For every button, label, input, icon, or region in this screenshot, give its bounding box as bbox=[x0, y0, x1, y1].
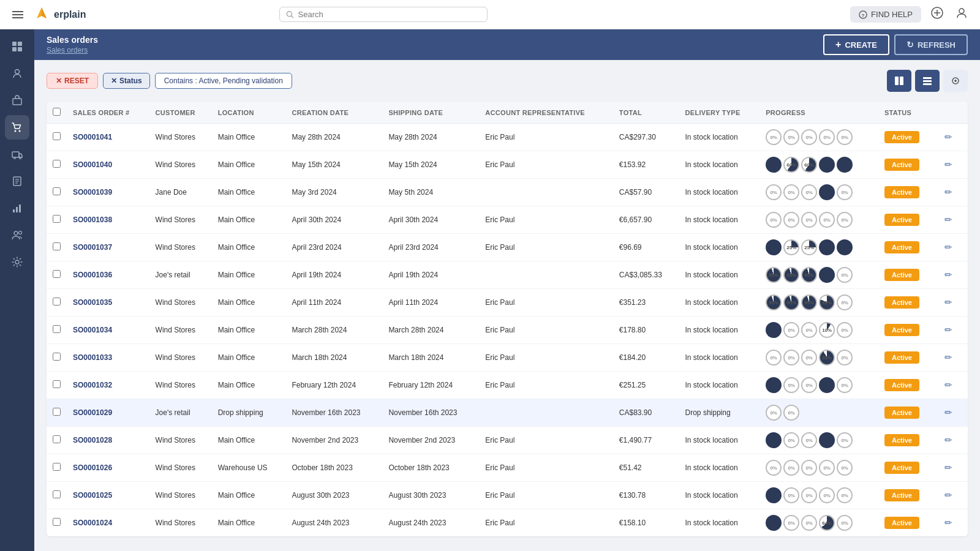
progress-circle bbox=[837, 239, 853, 255]
edit-button[interactable]: ✏ bbox=[941, 158, 956, 171]
row-checkbox[interactable] bbox=[53, 270, 61, 278]
hamburger-menu[interactable] bbox=[10, 7, 26, 23]
location-cell: Drop shipping bbox=[212, 399, 286, 427]
edit-button[interactable]: ✏ bbox=[941, 489, 956, 502]
row-checkbox[interactable] bbox=[53, 518, 61, 526]
svg-line-3 bbox=[292, 16, 293, 18]
row-checkbox[interactable] bbox=[53, 132, 61, 140]
location-cell: Main Office bbox=[212, 234, 286, 261]
row-checkbox[interactable] bbox=[53, 380, 61, 388]
search-bar[interactable] bbox=[279, 7, 488, 22]
sidebar-item-purchases[interactable] bbox=[5, 169, 29, 193]
breadcrumb-link[interactable]: Sales orders bbox=[47, 46, 98, 54]
progress-circle bbox=[766, 487, 782, 503]
creation-date-cell: August 30th 2023 bbox=[285, 482, 382, 509]
progress-circle: 0% bbox=[801, 460, 817, 476]
sidebar-item-sales[interactable] bbox=[5, 115, 29, 140]
progress-circle: 64% bbox=[819, 515, 835, 531]
svg-rect-27 bbox=[19, 204, 21, 212]
find-help-button[interactable]: ? FIND HELP bbox=[850, 6, 921, 23]
edit-button[interactable]: ✏ bbox=[941, 461, 956, 474]
rep-cell: Eric Paul bbox=[479, 427, 612, 454]
shipping-date-cell: August 24th 2023 bbox=[382, 509, 479, 537]
progress-circle: 95% bbox=[783, 267, 799, 283]
edit-button[interactable]: ✏ bbox=[941, 406, 956, 419]
status-filter-chip[interactable]: ✕ Status bbox=[103, 73, 150, 89]
filter-bar: ✕ RESET ✕ Status Contains : Active, Pend… bbox=[47, 70, 968, 92]
location-cell: Main Office bbox=[212, 206, 286, 234]
row-checkbox[interactable] bbox=[53, 408, 61, 416]
progress-circle: 0% bbox=[819, 129, 835, 145]
total-cell: €178.80 bbox=[613, 317, 679, 344]
delivery-cell: In stock location bbox=[679, 509, 760, 537]
sidebar-item-dashboard[interactable] bbox=[5, 34, 29, 59]
delivery-cell: In stock location bbox=[679, 179, 760, 206]
progress-circle: 0% bbox=[837, 267, 853, 283]
list-view-button[interactable] bbox=[915, 70, 940, 92]
status-badge: Active bbox=[884, 351, 919, 364]
progress-circle: 95% bbox=[801, 267, 817, 283]
progress-circle: 0% bbox=[837, 432, 853, 448]
progress-circle: 0% bbox=[801, 515, 817, 531]
progress-circle: 0% bbox=[801, 350, 817, 365]
svg-rect-25 bbox=[13, 209, 15, 212]
row-checkbox[interactable] bbox=[53, 298, 61, 305]
svg-point-20 bbox=[20, 157, 21, 159]
row-checkbox[interactable] bbox=[53, 435, 61, 443]
shipping-date-cell: April 23rd 2024 bbox=[382, 234, 479, 261]
progress-circle: 0% bbox=[801, 377, 817, 393]
progress-circle: 0% bbox=[837, 460, 853, 476]
add-button[interactable] bbox=[929, 4, 946, 24]
sidebar-item-contacts[interactable] bbox=[5, 61, 29, 86]
rep-cell bbox=[479, 399, 612, 427]
card-view-button[interactable] bbox=[943, 70, 968, 92]
edit-button[interactable]: ✏ bbox=[941, 213, 956, 227]
status-badge: Active bbox=[884, 131, 919, 143]
location-cell: Main Office bbox=[212, 317, 286, 344]
row-checkbox[interactable] bbox=[53, 490, 61, 498]
create-button[interactable]: + CREATE bbox=[823, 34, 889, 55]
main-content: Sales orders Sales orders + CREATE ↻ REF… bbox=[34, 29, 980, 551]
row-checkbox[interactable] bbox=[53, 463, 61, 471]
edit-button[interactable]: ✏ bbox=[941, 351, 956, 364]
edit-button[interactable]: ✏ bbox=[941, 296, 956, 309]
row-checkbox[interactable] bbox=[53, 353, 61, 361]
edit-button[interactable]: ✏ bbox=[941, 323, 956, 337]
edit-button[interactable]: ✏ bbox=[941, 241, 956, 254]
select-all-checkbox[interactable] bbox=[53, 108, 61, 116]
edit-button[interactable]: ✏ bbox=[941, 516, 956, 530]
sidebar-item-settings[interactable] bbox=[5, 250, 29, 274]
reset-filter-button[interactable]: ✕ RESET bbox=[47, 73, 98, 89]
edit-button[interactable]: ✏ bbox=[941, 378, 956, 392]
edit-button[interactable]: ✏ bbox=[941, 130, 956, 144]
progress-circle bbox=[819, 184, 835, 200]
creation-date-cell: February 12th 2024 bbox=[285, 372, 382, 399]
table-row: SO0001037Wind StoresMain OfficeApril 23r… bbox=[47, 234, 968, 261]
total-cell: €184.20 bbox=[613, 344, 679, 372]
user-button[interactable] bbox=[953, 4, 970, 24]
edit-button[interactable]: ✏ bbox=[941, 186, 956, 199]
location-cell: Main Office bbox=[212, 344, 286, 372]
location-cell: Main Office bbox=[212, 427, 286, 454]
row-checkbox[interactable] bbox=[53, 325, 61, 333]
refresh-button[interactable]: ↻ REFRESH bbox=[894, 34, 968, 55]
rep-cell: Eric Paul bbox=[479, 344, 612, 372]
sidebar-item-delivery[interactable] bbox=[5, 142, 29, 167]
plus-circle-icon bbox=[931, 7, 943, 19]
progress-circle: 0% bbox=[801, 322, 817, 338]
progress-circle: 0% bbox=[801, 432, 817, 448]
edit-button[interactable]: ✏ bbox=[941, 433, 956, 447]
svg-rect-11 bbox=[18, 42, 22, 46]
edit-button[interactable]: ✏ bbox=[941, 268, 956, 282]
sidebar-item-team[interactable] bbox=[5, 223, 29, 247]
row-checkbox[interactable] bbox=[53, 187, 61, 195]
location-cell: Main Office bbox=[212, 261, 286, 289]
row-checkbox[interactable] bbox=[53, 242, 61, 250]
kanban-view-button[interactable] bbox=[887, 70, 911, 92]
sidebar-item-reports[interactable] bbox=[5, 196, 29, 220]
row-checkbox[interactable] bbox=[53, 215, 61, 223]
filter-contains-chip: Contains : Active, Pending validation bbox=[155, 73, 292, 89]
sidebar-item-inventory[interactable] bbox=[5, 88, 29, 113]
row-checkbox[interactable] bbox=[53, 160, 61, 168]
search-input[interactable] bbox=[298, 10, 481, 19]
